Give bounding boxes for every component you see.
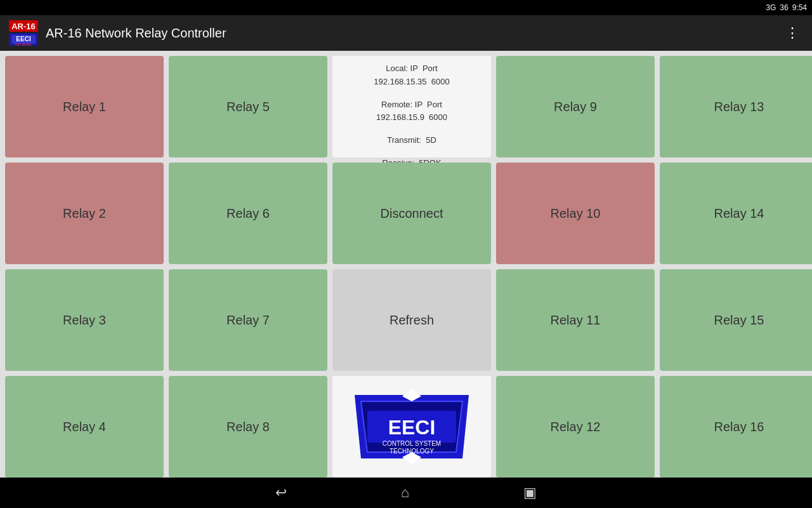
back-button[interactable]: ↩ bbox=[275, 485, 287, 501]
relay-15-button[interactable]: Relay 15 bbox=[660, 269, 812, 371]
nav-bar: ↩ ⌂ ▣ bbox=[0, 478, 812, 508]
relay-13-button[interactable]: Relay 13 bbox=[660, 56, 812, 157]
title-bar: AR-16 EECI NETWORK AR-16 Network Relay C… bbox=[0, 15, 812, 51]
svg-text:NETWORK: NETWORK bbox=[15, 43, 32, 46]
app-title: AR-16 Network Relay Controller bbox=[46, 26, 780, 41]
refresh-button[interactable]: Refresh bbox=[332, 269, 491, 371]
eeci-logo: EECI CONTROL SYSTEM TECHNOLOGY bbox=[348, 382, 475, 471]
relay-4-button[interactable]: Relay 4 bbox=[5, 376, 164, 478]
relay-11-button[interactable]: Relay 11 bbox=[496, 269, 655, 371]
local-info: Local: IP Port 192.168.15.35 6000 bbox=[374, 62, 449, 89]
recents-button[interactable]: ▣ bbox=[523, 485, 537, 501]
home-button[interactable]: ⌂ bbox=[401, 485, 409, 501]
relay-1-button[interactable]: Relay 1 bbox=[5, 56, 164, 157]
svg-text:AR-16: AR-16 bbox=[11, 22, 36, 31]
relay-10-button[interactable]: Relay 10 bbox=[496, 163, 655, 264]
relay-9-button[interactable]: Relay 9 bbox=[496, 56, 655, 157]
svg-text:EECI: EECI bbox=[16, 36, 31, 43]
relay-7-button[interactable]: Relay 7 bbox=[169, 269, 327, 371]
relay-2-button[interactable]: Relay 2 bbox=[5, 163, 164, 264]
signal-indicator: 3G bbox=[766, 3, 776, 12]
svg-text:CONTROL SYSTEM: CONTROL SYSTEM bbox=[383, 440, 441, 447]
transmit-info: Transmit: 5D bbox=[387, 134, 436, 147]
relay-14-button[interactable]: Relay 14 bbox=[660, 163, 812, 264]
info-panel: Local: IP Port 192.168.15.35 6000 Remote… bbox=[332, 56, 491, 157]
relay-6-button[interactable]: Relay 6 bbox=[169, 163, 327, 264]
battery-indicator: 36 bbox=[780, 3, 788, 12]
disconnect-button[interactable]: Disconnect bbox=[332, 163, 491, 264]
app-logo: AR-16 EECI NETWORK bbox=[8, 19, 39, 47]
relay-8-button[interactable]: Relay 8 bbox=[169, 376, 327, 478]
status-bar: 3G 36 9:54 bbox=[0, 0, 812, 15]
relay-5-button[interactable]: Relay 5 bbox=[169, 56, 327, 157]
relay-16-button[interactable]: Relay 16 bbox=[660, 376, 812, 478]
relay-12-button[interactable]: Relay 12 bbox=[496, 376, 655, 478]
menu-button[interactable]: ⋮ bbox=[780, 20, 804, 46]
remote-info: Remote: IP Port 192.168.15.9 6000 bbox=[376, 98, 447, 125]
relay-3-button[interactable]: Relay 3 bbox=[5, 269, 164, 371]
eeci-logo-panel: EECI CONTROL SYSTEM TECHNOLOGY bbox=[332, 376, 491, 478]
svg-text:EECI: EECI bbox=[388, 416, 436, 439]
svg-text:TECHNOLOGY: TECHNOLOGY bbox=[390, 448, 434, 455]
main-grid: Relay 1 Relay 5 Local: IP Port 192.168.1… bbox=[0, 51, 812, 478]
time-display: 9:54 bbox=[792, 3, 807, 12]
